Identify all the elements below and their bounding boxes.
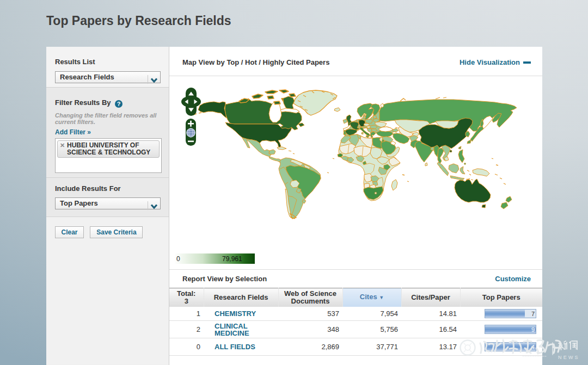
- svg-text:NEWS: NEWS: [558, 355, 580, 360]
